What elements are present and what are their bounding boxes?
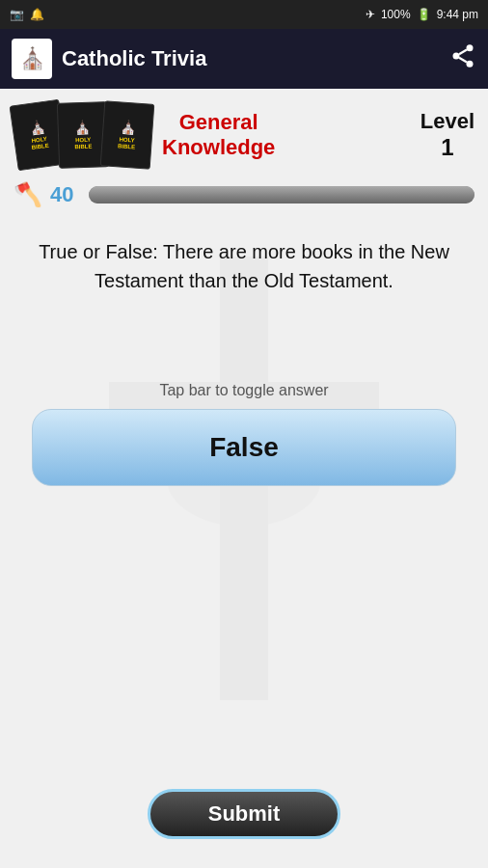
- book-emblem-3: ⛪: [119, 120, 136, 136]
- book-3: ⛪ HOLYBIBLE: [100, 100, 155, 169]
- answer-text: False: [209, 432, 279, 463]
- app-icon: ⛪: [12, 39, 52, 79]
- submit-button[interactable]: Submit: [148, 789, 340, 839]
- submit-section: Submit: [148, 789, 340, 839]
- category-text: General Knowledge: [162, 110, 275, 161]
- level-number: 1: [420, 134, 474, 161]
- title-bar: ⛪ Catholic Trivia: [0, 29, 488, 89]
- answer-toggle-section: Tap bar to toggle answer False: [0, 372, 488, 496]
- book-title-2: HOLYBIBLE: [74, 137, 92, 150]
- svg-point-0: [467, 44, 474, 51]
- level-label: Level: [420, 109, 474, 134]
- airplane-icon: ✈: [366, 8, 375, 21]
- notification-icon: 🔔: [30, 8, 44, 21]
- tap-label: Tap bar to toggle answer: [159, 382, 328, 399]
- top-section: ⛪ HOLYBIBLE ⛪ HOLYBIBLE ⛪ HOLYBIBLE Gene…: [0, 89, 488, 176]
- share-button[interactable]: [449, 42, 476, 75]
- status-bar: 📷 🔔 ✈ 100% 🔋 9:44 pm: [0, 0, 488, 29]
- main-content: ⛪ HOLYBIBLE ⛪ HOLYBIBLE ⛪ HOLYBIBLE Gene…: [0, 89, 488, 868]
- camera-icon: 📷: [10, 8, 24, 21]
- book-title-3: HOLYBIBLE: [118, 137, 136, 150]
- progress-bar: [89, 186, 474, 203]
- category-line2: Knowledge: [162, 135, 275, 159]
- books-container: ⛪ HOLYBIBLE ⛪ HOLYBIBLE ⛪ HOLYBIBLE: [14, 102, 147, 168]
- battery-text: 100%: [381, 8, 411, 21]
- book-emblem-1: ⛪: [28, 119, 46, 136]
- book-title-1: HOLYBIBLE: [30, 136, 49, 151]
- svg-point-2: [467, 61, 474, 68]
- question-text: True or False: There are more books in t…: [29, 237, 459, 295]
- status-right: ✈ 100% 🔋 9:44 pm: [366, 8, 478, 21]
- category-level: General Knowledge Level 1: [147, 109, 474, 161]
- title-bar-left: ⛪ Catholic Trivia: [12, 39, 206, 79]
- flame-icon: 🪓: [14, 181, 42, 208]
- svg-point-1: [453, 53, 460, 60]
- battery-icon: 🔋: [417, 8, 431, 21]
- score-number: 40: [50, 182, 79, 207]
- app-title: Catholic Trivia: [62, 46, 206, 71]
- progress-section: 🪓 40: [0, 176, 488, 218]
- category-line1: General: [179, 110, 258, 134]
- book-emblem-2: ⛪: [74, 120, 92, 136]
- time: 9:44 pm: [437, 8, 478, 21]
- answer-toggle-button[interactable]: False: [32, 409, 456, 486]
- church-icon: ⛪: [19, 46, 45, 71]
- status-left: 📷 🔔: [10, 8, 44, 21]
- question-area: True or False: There are more books in t…: [0, 218, 488, 372]
- level-container: Level 1: [420, 109, 474, 161]
- svg-line-4: [459, 50, 467, 55]
- submit-label: Submit: [208, 801, 281, 827]
- progress-bar-fill: [89, 186, 474, 203]
- svg-line-3: [459, 58, 467, 63]
